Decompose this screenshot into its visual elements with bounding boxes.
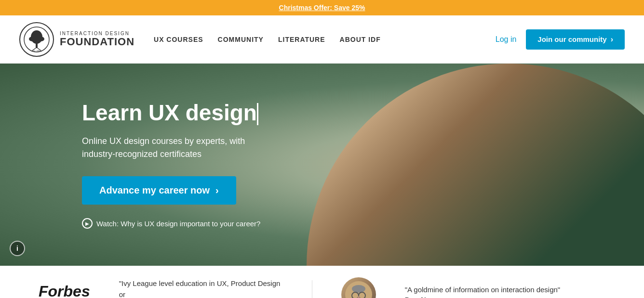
svg-point-9 [352, 285, 365, 293]
svg-point-4 [38, 37, 44, 41]
forbes-quote: "Ivy League level education in UX, Produ… [119, 278, 283, 298]
logo-icon: Est. 2002 [19, 22, 54, 57]
nav-community[interactable]: COMMUNITY [218, 36, 264, 43]
chevron-right-icon: › [611, 35, 613, 44]
join-button[interactable]: Join our community › [526, 29, 625, 50]
watch-link-label: Watch: Why is UX design important to you… [96, 220, 260, 228]
info-icon: i [16, 245, 18, 252]
logo-bottom-line: FOUNDATION [60, 36, 134, 48]
cta-button-label: Advance my career now [99, 185, 210, 196]
join-button-label: Join our community [537, 35, 606, 43]
svg-point-3 [29, 37, 36, 41]
don-norman-quote: "A goldmine of information on interactio… [405, 285, 561, 294]
header: Est. 2002 INTERACTION DESIGN FOUNDATION … [0, 15, 644, 64]
main-nav: UX COURSES COMMUNITY LITERATURE ABOUT ID… [154, 36, 496, 43]
top-banner: Christmas Offer: Save 25% [0, 0, 644, 15]
logo-text: INTERACTION DESIGN FOUNDATION [60, 31, 134, 48]
nav-literature[interactable]: LITERATURE [278, 36, 325, 43]
text-cursor [257, 103, 258, 125]
header-actions: Log in Join our community › [496, 29, 625, 50]
forbes-logo: Forbes [39, 284, 90, 298]
nav-about-idf[interactable]: ABOUT IDF [340, 36, 381, 43]
svg-rect-1 [36, 43, 38, 48]
hero-title: Learn UX design [82, 101, 260, 126]
logo-link[interactable]: Est. 2002 INTERACTION DESIGN FOUNDATION [19, 22, 134, 57]
watch-video-link[interactable]: ▶ Watch: Why is UX design important to y… [82, 218, 260, 229]
info-button[interactable]: i [10, 241, 25, 256]
testimonials-section: Forbes .com "Ivy League level education … [0, 266, 644, 298]
don-norman-info: "A goldmine of information on interactio… [405, 285, 561, 298]
login-link[interactable]: Log in [496, 35, 517, 44]
divider [312, 280, 312, 298]
don-norman-name: Don Norman [405, 296, 561, 298]
hero-section: Learn UX design Online UX design courses… [0, 64, 644, 266]
play-icon: ▶ [82, 218, 93, 229]
hero-subtitle: Online UX design courses by experts, wit… [82, 135, 260, 161]
cta-button[interactable]: Advance my career now › [82, 176, 236, 205]
don-norman-avatar [341, 277, 376, 298]
nav-ux-courses[interactable]: UX COURSES [154, 36, 203, 43]
chevron-right-icon: › [215, 185, 219, 196]
svg-text:Est. 2002: Est. 2002 [33, 50, 41, 52]
forbes-logo-wrapper: Forbes .com [39, 284, 90, 298]
hero-content: Learn UX design Online UX design courses… [0, 101, 260, 229]
banner-link[interactable]: Christmas Offer: Save 25% [279, 4, 365, 12]
